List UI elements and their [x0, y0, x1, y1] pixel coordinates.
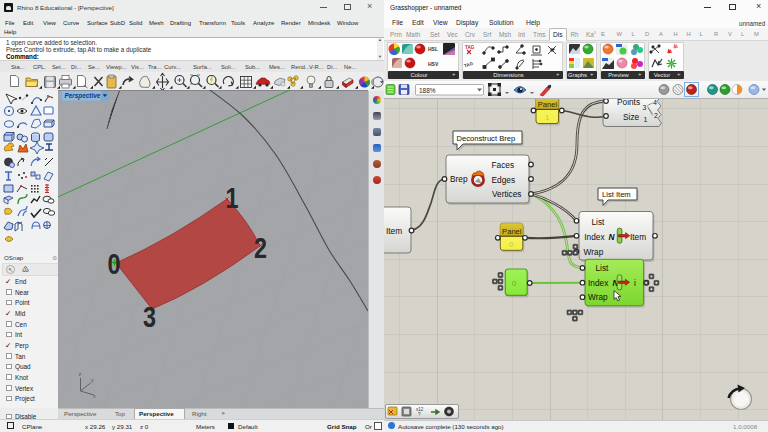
- svg-text:2: 2: [254, 231, 267, 264]
- svg-text:x: x: [93, 393, 96, 399]
- svg-text:Index: Index: [584, 232, 605, 242]
- svg-text:Vertices: Vertices: [492, 189, 522, 199]
- svg-text:Panel: Panel: [538, 100, 558, 109]
- svg-text:188%: 188%: [419, 87, 436, 94]
- svg-text:List: List: [596, 263, 610, 273]
- svg-text:z: z: [79, 371, 82, 377]
- svg-text:0: 0: [512, 279, 517, 288]
- svg-text:Size: Size: [623, 112, 640, 122]
- svg-text:3: 3: [143, 300, 156, 333]
- svg-text:Wrap: Wrap: [584, 247, 604, 257]
- svg-text:Points: Points: [617, 99, 640, 107]
- svg-text:3: 3: [643, 104, 647, 111]
- svg-text:Panel: Panel: [502, 227, 522, 236]
- svg-text:i: i: [634, 278, 636, 288]
- svg-text:Index: Index: [588, 278, 609, 288]
- svg-text:Item: Item: [630, 232, 646, 242]
- svg-text:HSV: HSV: [428, 61, 439, 67]
- svg-text:1: 1: [226, 181, 239, 214]
- svg-text:4: 4: [653, 99, 657, 106]
- svg-text:?: ?: [418, 412, 421, 417]
- svg-text:Brep: Brep: [450, 174, 468, 184]
- svg-text:TAG: TAG: [465, 45, 475, 50]
- svg-text:TAG: TAG: [463, 60, 474, 68]
- svg-text:Item: Item: [386, 226, 402, 236]
- svg-text:0: 0: [108, 247, 121, 280]
- svg-text:Faces: Faces: [492, 160, 515, 170]
- svg-text:Wrap: Wrap: [588, 292, 608, 302]
- svg-text:Deconstruct Brep: Deconstruct Brep: [457, 134, 516, 143]
- svg-text:1: 1: [545, 113, 549, 122]
- svg-text:1: 1: [644, 116, 648, 123]
- svg-text:y: y: [91, 377, 94, 383]
- svg-text:2: 2: [654, 112, 658, 119]
- svg-text:Edges: Edges: [492, 175, 516, 185]
- svg-text:Perspective: Perspective: [65, 92, 101, 100]
- svg-text:N: N: [608, 232, 615, 242]
- svg-text:HSL: HSL: [428, 46, 438, 52]
- svg-text:0: 0: [509, 240, 513, 249]
- svg-text:List: List: [592, 217, 606, 227]
- svg-text:List Item: List Item: [602, 190, 631, 199]
